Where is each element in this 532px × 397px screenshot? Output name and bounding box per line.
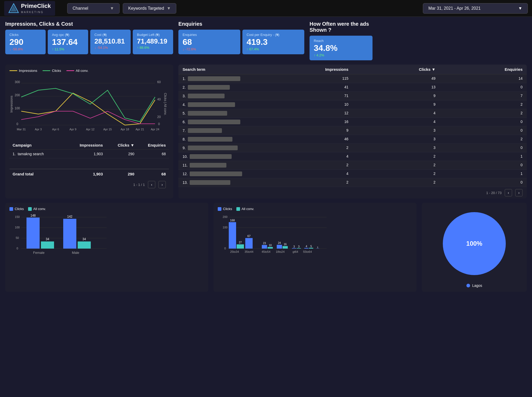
enquiries-col-header: Enquiries — [134, 143, 166, 147]
cost-per-enquiry-label: Cost per Enquiry - (₦) — [247, 33, 300, 37]
budget-value: 71,489.19 — [137, 38, 169, 45]
svg-text:168: 168 — [230, 219, 235, 222]
logo-area: PrimeClick MARKETING — [4, 1, 55, 16]
clicks-change: ↓ -58.8% — [9, 47, 41, 51]
enquiries-cards: Enquiries 68 ↓ -72.6% Cost per Enquiry -… — [178, 30, 304, 54]
svg-rect-50 — [245, 238, 253, 249]
svg-text:25to34: 25to34 — [230, 250, 239, 253]
metrics-cards: Clicks 290 ↓ -58.8% Avg cpc (₦) 137.64 ↑… — [5, 30, 173, 54]
pie-legend-dot — [466, 284, 470, 287]
search-terms-pagination: 1 - 20 / 73 ‹ › — [178, 187, 527, 198]
svg-text:148: 148 — [30, 214, 36, 217]
cost-per-enquiry-value: 419.3 — [247, 38, 300, 46]
svg-text:0: 0 — [158, 122, 160, 126]
svg-text:100: 100 — [15, 226, 20, 229]
date-range-dropdown[interactable]: Mar 31, 2021 - Apr 26, 2021 ▼ — [423, 3, 528, 14]
age-bar-chart: 200 100 0 168 27 25to34 67 — [218, 214, 328, 266]
svg-rect-65 — [297, 248, 301, 249]
svg-text:142: 142 — [67, 215, 72, 218]
gender-chart-legend: Clicks All conv. — [9, 207, 204, 211]
svg-rect-53 — [262, 245, 267, 249]
svg-text:gt64: gt64 — [292, 250, 298, 253]
svg-text:34: 34 — [46, 237, 49, 241]
table-row: 5. 12 4 2 — [178, 109, 527, 118]
pie-chart-section: 100% Lagos — [422, 203, 527, 292]
legend-allconv: All conv. — [66, 69, 88, 73]
male-allconv-bar — [78, 242, 91, 249]
age-chart-section: Clicks All conv. 200 100 0 — [214, 203, 417, 292]
svg-text:Apr 21: Apr 21 — [136, 128, 144, 131]
channel-dropdown[interactable]: Channel ▼ — [67, 3, 120, 14]
impressions-col-header: Impressions — [50, 143, 103, 147]
campaign-col-header: Campaign — [13, 143, 50, 147]
grand-total-row: Grand total 1,903 290 68 — [9, 169, 169, 179]
prev-search-page-button[interactable]: ‹ — [505, 189, 512, 196]
legend-clicks: Clicks — [42, 69, 61, 73]
svg-text:100: 100 — [223, 226, 227, 229]
age-allconv-color — [236, 207, 240, 211]
svg-text:35to44: 35to44 — [244, 250, 253, 253]
table-row: 10. 4 2 1 — [178, 152, 527, 161]
campaign-pagination: 1 - 1 / 1 ‹ › — [9, 179, 169, 190]
svg-text:100: 100 — [15, 106, 20, 110]
reach-value: 34.8% — [314, 44, 368, 52]
impressions-legend-color — [9, 70, 17, 71]
svg-text:3: 3 — [298, 245, 300, 248]
clicks-legend-item: Clicks — [9, 207, 24, 211]
svg-text:0: 0 — [224, 247, 226, 250]
how-often-section: How Often were the ads Shown ? Reach 34.… — [310, 21, 373, 60]
impressions-section-title: Impressions, Clicks & Cost — [5, 21, 173, 27]
logo-icon — [8, 3, 19, 14]
svg-text:40: 40 — [157, 98, 161, 101]
reach-change: ↑ 4.2% — [314, 53, 368, 57]
pie-percent: 100% — [466, 240, 482, 247]
svg-text:200: 200 — [223, 215, 227, 218]
reach-card: Reach 34.8% ↑ 4.2% — [310, 36, 373, 60]
clicks-col[interactable]: Clicks ▼ — [348, 67, 435, 72]
allconv-legend-item: All conv. — [28, 207, 46, 211]
grand-total-impressions: 1,903 — [50, 172, 103, 176]
male-clicks-bar — [63, 219, 76, 249]
clicks-legend-color — [42, 70, 50, 71]
impressions-col: Impressions — [261, 67, 348, 72]
table-row: 3. 71 9 7 — [178, 92, 527, 100]
avgcpc-label: Avg cpc (₦) — [52, 33, 84, 37]
chart-campaign-section: Impressions Clicks All conv. 300 200 100… — [5, 65, 173, 198]
clicks-bar-color — [9, 207, 13, 211]
enquiries-section-title: Enquiries — [178, 21, 304, 27]
clicks-value: 290 — [9, 38, 41, 46]
svg-text:0: 0 — [17, 122, 18, 126]
clicks-col-header: Clicks ▼ — [103, 143, 134, 147]
reach-label: Reach — [314, 39, 368, 43]
search-term-col: Search term — [183, 67, 261, 72]
svg-rect-58 — [277, 245, 282, 249]
svg-rect-55 — [268, 247, 273, 249]
age-chart-legend: Clicks All conv. — [218, 207, 412, 211]
svg-text:Apr 18: Apr 18 — [121, 128, 129, 131]
cost-per-enquiry-change: ↑ 67.4% — [247, 47, 300, 51]
next-page-button[interactable]: › — [158, 181, 166, 188]
budget-label: Budget Left (₦) — [137, 33, 169, 37]
prev-page-button[interactable]: ‹ — [148, 181, 155, 188]
table-row: 12. 4 2 1 — [178, 170, 527, 178]
svg-text:24: 24 — [278, 242, 281, 244]
svg-text:20: 20 — [157, 115, 161, 119]
svg-rect-68 — [304, 248, 308, 249]
campaign-table: Campaign Impressions Clicks ▼ Enquiries … — [9, 141, 169, 190]
enquiries-col: Enquiries — [435, 67, 523, 72]
age-clicks-color — [218, 207, 221, 211]
svg-text:67: 67 — [247, 234, 251, 238]
next-search-page-button[interactable]: › — [515, 189, 523, 196]
brand-text: PrimeClick MARKETING — [21, 3, 51, 14]
svg-text:Apr 9: Apr 9 — [70, 128, 76, 131]
keywords-dropdown[interactable]: Keywords Targeted ▼ — [123, 3, 177, 14]
svg-text:27: 27 — [239, 241, 242, 244]
grand-total-clicks: 290 — [103, 172, 134, 176]
table-row: 8. 46 3 2 — [178, 135, 527, 144]
header: PrimeClick MARKETING Channel ▼ Keywords … — [0, 0, 532, 17]
svg-text:55to64: 55to64 — [303, 250, 312, 253]
header-dropdowns: Channel ▼ Keywords Targeted ▼ — [67, 3, 177, 14]
svg-text:18to24: 18to24 — [276, 250, 285, 253]
search-terms-section: Search term Impressions Clicks ▼ Enquiri… — [178, 65, 527, 198]
avgcpc-value: 137.64 — [52, 38, 84, 46]
